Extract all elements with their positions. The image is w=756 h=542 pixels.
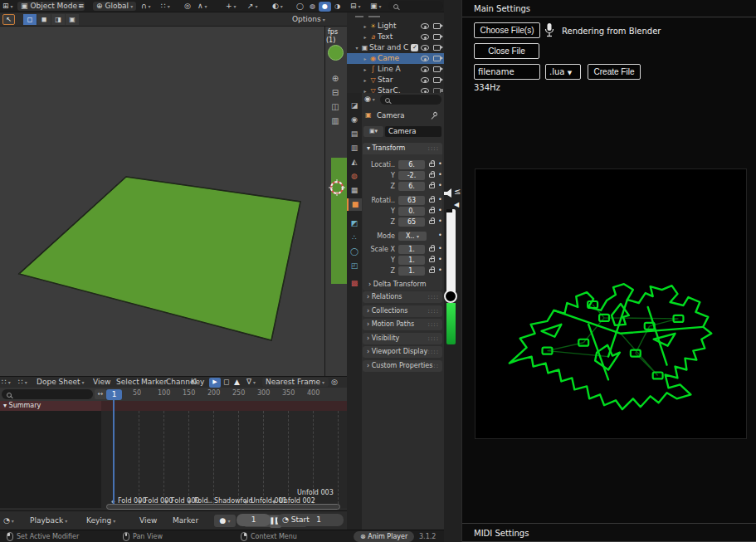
select-mode-box-button[interactable]: ◼ [37,14,51,25]
timeline-menu-view[interactable]: View [139,515,157,526]
lock-icon[interactable] [429,209,435,213]
select-mode-circle-button[interactable]: ◨ [51,14,65,25]
hide-in-viewport-icon[interactable] [421,34,429,40]
snap-mode-dropdown[interactable]: Nearest Frame▾ [262,378,329,387]
dope-editor-type-icon[interactable]: ∷▾ [2,378,11,387]
zoom-icon[interactable]: ⊕ [329,73,341,85]
hide-in-viewport-icon[interactable] [421,56,429,61]
rotation-mode-select[interactable]: X.. ▾ [398,232,427,241]
box-select-icon[interactable]: ◻ [223,378,229,387]
microphone-icon[interactable] [544,22,555,38]
expand-caret-icon[interactable]: ▸ [362,32,368,42]
dope-menu-marker[interactable]: Marker [141,378,167,387]
volume-slider-knob[interactable] [444,290,457,303]
disable-in-renders-icon[interactable] [433,23,441,29]
outliner-row[interactable]: ▸ʃLine A [347,64,444,75]
dope-channel-region[interactable] [0,411,101,508]
disable-in-renders-icon[interactable] [433,66,441,72]
orientation-dropdown[interactable]: ⊕ Global▾ [93,2,136,11]
shading-wireframe-button[interactable]: ◯ [294,2,306,12]
outliner-search-input[interactable] [388,1,443,11]
select-mode-lasso-button[interactable]: ▣ [66,14,79,25]
expand-caret-icon[interactable]: ▸ [362,21,368,32]
timeline-menu-playback[interactable]: Playback▾ [30,515,67,526]
overlays-icon[interactable]: ◐▾ [272,2,283,11]
outliner-row[interactable]: ▸▽StarC. [347,85,444,93]
dope-mode-icon[interactable]: ∷▾ [18,378,27,387]
filter-funnel-icon[interactable]: ∇▾ [246,378,256,387]
shading-rendered-button[interactable]: ◑ [331,2,344,12]
transform-value-field[interactable]: -2. [398,171,425,180]
checkbox-icon[interactable]: ✓ [411,44,418,51]
dope-menu-view[interactable]: View [93,378,110,387]
transform-value-field[interactable]: 6. [398,182,425,191]
disable-in-renders-icon[interactable] [433,77,441,83]
transform-value-field[interactable]: 0. [398,207,425,216]
active-tool-button[interactable]: ↖ [2,14,15,25]
outliner-row[interactable]: ▸aText [347,32,444,42]
disable-in-renders-icon[interactable] [433,34,441,40]
toggle-ortho-icon[interactable]: ▥ [329,115,341,127]
expand-caret-icon[interactable]: ▾ [354,42,360,53]
shading-material-button[interactable]: ● [319,2,331,12]
marker-diamond-icon[interactable]: ◆ [188,498,192,504]
lock-icon[interactable] [429,269,435,273]
record-button[interactable]: ●▾ [214,515,236,527]
outliner-item-label[interactable]: Star and C [369,43,408,51]
animate-dot-icon[interactable]: • [438,245,442,252]
animate-dot-icon[interactable]: • [438,171,442,178]
start-frame-field[interactable]: ◔ Start 1 [277,514,344,526]
extension-dropdown[interactable]: .lua ▼ [545,64,581,80]
lock-icon[interactable] [429,173,435,178]
animate-dot-icon[interactable]: • [438,160,442,168]
hide-in-viewport-icon[interactable] [421,66,429,72]
outliner-item-label[interactable]: Star [378,76,393,84]
transform-value-field[interactable]: 1. [398,245,425,254]
transform-mirror-icon[interactable]: ↗▾ [247,2,258,11]
dope-menu-select[interactable]: Select [116,378,139,387]
summary-channel[interactable]: ▾ Summary [0,401,101,411]
transform-value-field[interactable]: 65 [398,217,425,227]
expand-caret-icon[interactable]: ▸ [362,64,368,75]
snap-magnet-icon[interactable]: ∩▾ [141,2,151,11]
warning-icon[interactable]: ▲ [234,378,240,387]
animate-dot-icon[interactable]: • [438,196,442,203]
frame-range-icon[interactable]: ↔ [95,389,106,399]
viewport-strip[interactable]: fps (1) ⊕ ⊟ ◫ ▥ [325,27,347,376]
dope-ruler[interactable]: ↔ 50100150200250300350400 [0,388,347,401]
viewport-3d[interactable] [0,27,324,376]
transform-value-field[interactable]: 1. [398,266,425,276]
editor-type-icon[interactable]: ⊞▾ [2,2,13,11]
animate-dot-icon[interactable]: • [438,182,442,189]
marker-label[interactable]: Unfold 003 [297,489,334,496]
expand-caret-icon[interactable]: ▸ [362,75,368,85]
lock-icon[interactable] [429,184,435,188]
marker-diamond-icon[interactable]: ◆ [164,498,168,504]
outliner-item-label[interactable]: Text [378,32,393,41]
lock-icon[interactable] [429,163,435,167]
horizontal-scrollbar[interactable] [106,504,340,510]
outliner-item-label[interactable]: StarC. [378,86,401,93]
lock-icon[interactable] [429,198,435,203]
menu-hamburger-icon[interactable]: ≡ [78,2,85,11]
outliner-row[interactable]: ▾▣Star and C✓ [347,42,444,53]
animate-dot-icon[interactable]: • [438,256,442,263]
hide-in-viewport-icon[interactable] [421,23,429,29]
outliner-filter-icon[interactable]: ▣▾ [370,2,382,11]
hide-in-viewport-icon[interactable] [421,45,429,51]
frame-number-field[interactable]: 1 [237,514,271,526]
transform-value-field[interactable]: 63 [398,196,425,205]
close-file-button[interactable]: Close File [474,43,539,59]
lock-icon[interactable] [429,220,435,224]
dope-menu-key[interactable]: Key [191,378,204,387]
animate-dot-icon[interactable]: • [438,207,442,214]
mode-dropdown[interactable]: ▣ Object Mode▾ [17,2,85,11]
current-frame-badge[interactable]: 1 [106,389,122,400]
filename-input[interactable] [474,64,540,80]
marker-diamond-icon[interactable]: ◆ [272,498,276,504]
expand-caret-icon[interactable]: ▸ [362,85,368,93]
section-viewport-display[interactable]: › Viewport Display:::: [363,346,442,358]
playhead[interactable] [113,400,115,506]
timeline-menu-keying[interactable]: Keying▾ [86,515,115,526]
animate-dot-icon[interactable]: • [438,232,442,239]
